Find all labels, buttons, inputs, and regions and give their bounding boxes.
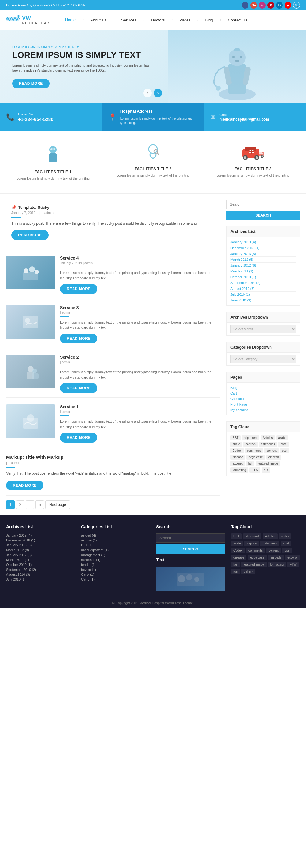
tag-featured-image[interactable]: featured image [255, 461, 280, 466]
footer-archive-jan2019[interactable]: January 2019 (4) [6, 533, 75, 537]
footer-archive-sep2010[interactable]: September 2010 (2) [6, 568, 75, 571]
nav-contact[interactable]: Contact Us [227, 16, 248, 24]
tag-codex[interactable]: Codex [231, 448, 244, 453]
service-1-read-more-button[interactable]: READ MORE [60, 433, 97, 442]
tag-categories[interactable]: categories [259, 442, 277, 447]
tag-edge-case[interactable]: edge case [246, 455, 265, 460]
footer-tag-categories[interactable]: categories [261, 540, 279, 546]
page-ellipsis[interactable]: ... [26, 500, 34, 509]
archive-jan2019[interactable]: January 2019 (4) [231, 239, 296, 245]
sidebar-search-button[interactable]: SEARCH [226, 211, 300, 220]
archive-sep2010[interactable]: September 2010 (2) [231, 280, 296, 286]
archive-jan2012[interactable]: January 2012 (6) [231, 262, 296, 269]
nav-blog[interactable]: Blog [205, 16, 214, 24]
archive-jun2010[interactable]: June 2010 (3) [231, 298, 296, 303]
next-page-button[interactable]: Next page [45, 500, 70, 509]
footer-tag-css[interactable]: css [282, 548, 292, 553]
footer-tag-audio[interactable]: audio [279, 533, 291, 539]
tag-articles[interactable]: Articles [261, 435, 275, 440]
footer-cat-narcissus[interactable]: narcissus (1) [81, 558, 150, 562]
page-1-button[interactable]: 1 [6, 500, 15, 509]
tag-fail[interactable]: fail [246, 461, 254, 466]
archive-dec2018[interactable]: December 2018 (1) [231, 245, 296, 251]
footer-archive-dec2018[interactable]: December 2018 (1) [6, 538, 75, 542]
footer-archive-mar2011[interactable]: March 2011 (1) [6, 558, 75, 562]
search-icon[interactable]: 🔍 [293, 2, 300, 8]
tag-bbt[interactable]: BBT [231, 435, 241, 440]
footer-tag-fun[interactable]: fun [231, 569, 240, 575]
hero-read-more-button[interactable]: READ MORE [12, 79, 50, 89]
footer-tag-featured-image[interactable]: featured image [241, 562, 267, 567]
nav-about[interactable]: About Us [90, 16, 107, 24]
tag-content[interactable]: content [265, 448, 279, 453]
footer-cat-fender[interactable]: fender (1) [81, 563, 150, 566]
linkedin-icon[interactable]: Li [276, 2, 283, 8]
footer-cat-asided[interactable]: asided (4) [81, 533, 150, 537]
footer-cat-ashism[interactable]: ashism (1) [81, 538, 150, 542]
archive-jan2013[interactable]: January 2013 (5) [231, 251, 296, 257]
footer-tag-codex[interactable]: Codex [231, 548, 245, 553]
tag-aside[interactable]: aside [276, 435, 288, 440]
service-3-read-more-button[interactable]: READ MORE [60, 334, 97, 343]
footer-tag-excerpt[interactable]: excerpt [285, 555, 300, 560]
footer-archive-oct2010[interactable]: October 2010 (1) [6, 563, 75, 566]
archive-aug2010[interactable]: August 2010 (3) [231, 286, 296, 292]
footer-tag-aside[interactable]: aside [231, 540, 243, 546]
markup-read-more-button[interactable]: READ MORE [6, 480, 43, 490]
page-cart[interactable]: Cart [231, 391, 296, 396]
google-plus-icon[interactable]: G+ [250, 2, 257, 8]
archive-mar2011[interactable]: March 2011 (1) [231, 269, 296, 274]
tag-alignment[interactable]: alignment [242, 435, 259, 440]
footer-cat-cata[interactable]: Cat A (1) [81, 572, 150, 576]
tag-disease[interactable]: disease [231, 455, 245, 460]
footer-tag-fail[interactable]: fail [231, 562, 240, 567]
footer-archive-mar2012[interactable]: March 2012 (8) [6, 548, 75, 552]
sticky-read-more-button[interactable]: READ MORE [11, 230, 49, 240]
page-front[interactable]: Front Page [231, 402, 296, 407]
hero-next-button[interactable]: › [154, 89, 162, 97]
nav-pages[interactable]: Pages [179, 16, 191, 24]
footer-tag-bbt[interactable]: BBT [231, 533, 242, 539]
archives-dropdown-select[interactable]: Select Month [231, 325, 296, 333]
footer-cat-buying[interactable]: buying (1) [81, 568, 150, 571]
tag-embeds[interactable]: embeds [266, 455, 281, 460]
footer-archive-jan2012[interactable]: January 2012 (6) [6, 553, 75, 557]
archive-oct2010[interactable]: October 2010 (1) [231, 274, 296, 280]
pinterest-icon[interactable]: P [268, 2, 274, 8]
categories-dropdown-select[interactable]: Select Category [231, 355, 296, 363]
footer-tag-edge-case[interactable]: edge case [248, 555, 267, 560]
footer-search-button[interactable]: SEARCH [156, 545, 225, 554]
footer-tag-formatting[interactable]: formatting [268, 562, 286, 567]
tag-css[interactable]: css [280, 448, 289, 453]
tag-ftw[interactable]: FTW [249, 467, 261, 472]
footer-tag-content[interactable]: content [266, 548, 281, 553]
nav-doctors[interactable]: Doctors [151, 16, 165, 24]
footer-tag-ftw[interactable]: FTW [287, 562, 299, 567]
facebook-icon[interactable]: f [242, 2, 248, 8]
footer-cat-bbt[interactable]: BBT (1) [81, 543, 150, 547]
footer-tag-gallery[interactable]: gallery [241, 569, 255, 575]
youtube-icon[interactable]: ▶ [284, 2, 291, 8]
footer-tag-embeds[interactable]: embeds [268, 555, 284, 560]
tag-fun[interactable]: fun [262, 467, 270, 472]
footer-archive-aug2010[interactable]: August 2010 (3) [6, 572, 75, 576]
instagram-icon[interactable]: in [259, 2, 266, 8]
footer-tag-disease[interactable]: disease [231, 555, 246, 560]
tag-audio[interactable]: audio [231, 442, 242, 447]
footer-cat-arrangement[interactable]: arrangement (1) [81, 553, 150, 557]
tag-chat[interactable]: chat [278, 442, 288, 447]
tag-comments[interactable]: comments [245, 448, 263, 453]
footer-cat-catb[interactable]: Cat B (1) [81, 578, 150, 581]
page-blog[interactable]: Blog [231, 385, 296, 391]
tag-caption[interactable]: caption [243, 442, 257, 447]
footer-archive-jan2013[interactable]: January 2013 (5) [6, 543, 75, 547]
footer-search-input[interactable] [156, 533, 225, 542]
footer-tag-caption[interactable]: caption [244, 540, 259, 546]
page-5-button[interactable]: 5 [35, 500, 44, 509]
footer-cat-antique[interactable]: antique/pattern (1) [81, 548, 150, 552]
footer-tag-articles[interactable]: Articles [263, 533, 278, 539]
page-checkout[interactable]: Checkout [231, 396, 296, 402]
sidebar-search-input[interactable] [226, 200, 300, 209]
page-account[interactable]: My account [231, 407, 296, 412]
service-2-read-more-button[interactable]: READ MORE [60, 383, 97, 393]
